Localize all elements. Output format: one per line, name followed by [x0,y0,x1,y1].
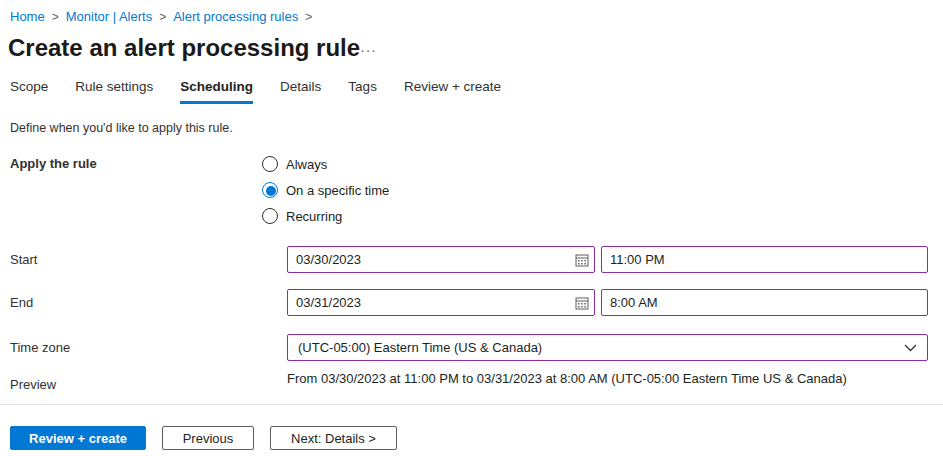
start-label: Start [10,252,37,267]
radio-recurring[interactable]: Recurring [262,203,389,229]
chevron-down-icon [904,344,917,352]
apply-the-rule-label: Apply the rule [10,156,97,171]
radio-always-label: Always [286,157,327,172]
radio-unselected-icon [262,156,278,172]
tab-rule-settings[interactable]: Rule settings [75,79,153,104]
footer-divider [0,404,943,405]
review-create-button[interactable]: Review + create [10,426,146,450]
breadcrumb-separator-icon: > [159,10,166,24]
radio-selected-icon [262,182,278,198]
preview-value: From 03/30/2023 at 11:00 PM to 03/31/202… [287,371,847,386]
start-date-input[interactable] [288,252,570,267]
tab-tags[interactable]: Tags [348,79,377,104]
start-date-field [287,246,595,273]
end-time-input[interactable] [601,289,928,316]
timezone-selected-value: (UTC-05:00) Eastern Time (US & Canada) [298,340,904,355]
radio-always[interactable]: Always [262,151,389,177]
tab-scheduling[interactable]: Scheduling [180,79,253,104]
breadcrumb: Home > Monitor | Alerts > Alert processi… [10,9,319,24]
start-time-input[interactable] [601,246,928,273]
radio-on-a-specific-time-label: On a specific time [286,183,389,198]
tab-details[interactable]: Details [280,79,321,104]
tab-review-create[interactable]: Review + create [404,79,501,104]
radio-unselected-icon [262,208,278,224]
tab-bar: Scope Rule settings Scheduling Details T… [10,79,528,104]
breadcrumb-alert-processing-rules[interactable]: Alert processing rules [173,9,298,24]
end-date-input[interactable] [288,295,570,310]
end-label: End [10,295,33,310]
next-details-button[interactable]: Next: Details > [270,426,397,450]
end-date-field [287,289,595,316]
page-title: Create an alert processing rule [8,34,360,62]
calendar-icon[interactable] [570,247,594,272]
more-options-icon[interactable]: ··· [360,42,377,58]
breadcrumb-separator-icon: > [305,10,312,24]
timezone-select[interactable]: (UTC-05:00) Eastern Time (US & Canada) [287,334,928,361]
scheduling-description: Define when you'd like to apply this rul… [10,121,233,135]
breadcrumb-monitor-alerts[interactable]: Monitor | Alerts [66,9,152,24]
calendar-icon[interactable] [570,290,594,315]
radio-on-a-specific-time[interactable]: On a specific time [262,177,389,203]
tab-scope[interactable]: Scope [10,79,48,104]
radio-recurring-label: Recurring [286,209,342,224]
preview-label: Preview [10,377,56,392]
breadcrumb-home[interactable]: Home [10,9,45,24]
previous-button[interactable]: Previous [162,426,254,450]
breadcrumb-separator-icon: > [52,10,59,24]
time-zone-label: Time zone [10,340,70,355]
create-alert-processing-rule-page: Home > Monitor | Alerts > Alert processi… [0,0,943,456]
apply-rule-radio-group: Always On a specific time Recurring [262,151,389,229]
